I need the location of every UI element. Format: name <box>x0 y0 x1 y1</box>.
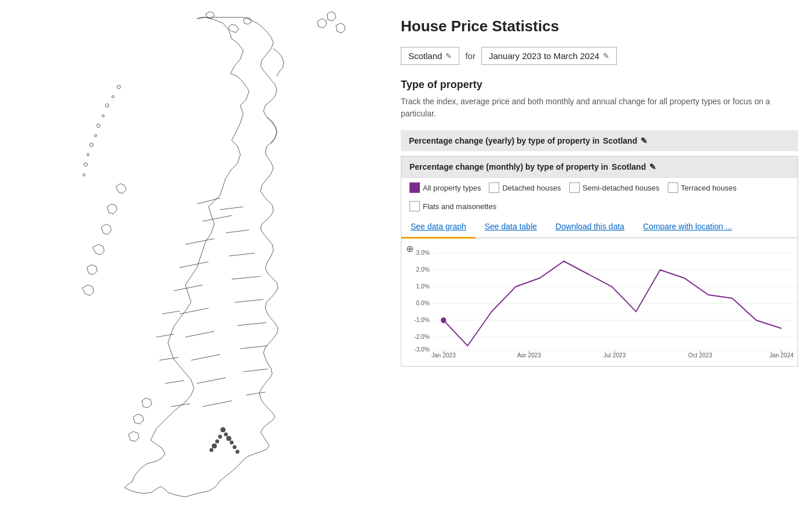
svg-point-46 <box>215 440 219 443</box>
monthly-title-prefix: Percentage change (monthly) by type of p… <box>409 162 608 171</box>
tab-download[interactable]: Download this data <box>546 216 634 239</box>
svg-line-52 <box>162 311 180 314</box>
date-range-label: January 2023 to March 2024 <box>489 51 599 61</box>
svg-marker-59 <box>129 431 139 441</box>
svg-point-36 <box>87 153 89 156</box>
svg-line-26 <box>240 346 268 349</box>
svg-marker-7 <box>93 244 104 255</box>
tab-graph[interactable]: See data graph <box>401 216 476 239</box>
yearly-edit-icon: ✎ <box>641 136 648 145</box>
yearly-chart-bar[interactable]: Percentage change (yearly) by type of pr… <box>401 130 798 151</box>
tab-compare[interactable]: Compare with location ... <box>634 216 741 239</box>
for-label: for <box>465 51 476 61</box>
svg-marker-58 <box>133 414 144 424</box>
svg-line-10 <box>197 198 220 204</box>
selector-row: Scotland ✎ for January 2023 to March 202… <box>401 47 798 65</box>
svg-line-12 <box>185 239 214 244</box>
svg-line-21 <box>226 230 249 233</box>
legend-all-property[interactable]: All property types <box>409 182 481 193</box>
svg-line-18 <box>197 378 226 383</box>
map-area <box>0 0 387 512</box>
svg-line-28 <box>246 392 265 395</box>
content-panel: House Price Statistics Scotland ✎ for Ja… <box>387 0 812 512</box>
svg-line-19 <box>203 401 232 407</box>
legend-label-all: All property types <box>423 184 481 192</box>
svg-line-20 <box>220 207 243 210</box>
svg-point-42 <box>221 427 225 432</box>
svg-line-24 <box>235 299 264 302</box>
svg-line-14 <box>174 285 203 291</box>
svg-text:1.0%: 1.0% <box>416 283 430 290</box>
svg-line-16 <box>185 331 214 337</box>
svg-point-38 <box>83 174 85 176</box>
legend-semi[interactable]: Semi-detached houses <box>569 182 660 193</box>
svg-line-53 <box>156 334 174 337</box>
legend-flats[interactable]: Flats and maisonettes <box>409 201 496 211</box>
svg-marker-9 <box>82 285 94 295</box>
legend-swatch-flats <box>409 201 420 211</box>
monthly-location: Scotland <box>612 162 646 171</box>
svg-point-34 <box>94 134 97 137</box>
svg-line-27 <box>243 369 268 372</box>
location-selector[interactable]: Scotland ✎ <box>401 47 459 65</box>
legend-swatch-semi <box>569 182 580 193</box>
monthly-edit-icon: ✎ <box>649 162 656 171</box>
monthly-chart-header: Percentage change (monthly) by type of p… <box>401 156 798 177</box>
svg-text:-3.0%: -3.0% <box>414 346 430 353</box>
svg-point-33 <box>97 124 100 127</box>
legend-detached[interactable]: Detached houses <box>489 182 561 193</box>
svg-line-54 <box>159 357 178 360</box>
svg-point-48 <box>212 444 217 448</box>
chart-dot-start <box>441 317 446 323</box>
svg-line-23 <box>232 276 261 279</box>
section-heading: Type of property <box>401 79 798 91</box>
tab-table[interactable]: See data table <box>476 216 546 239</box>
legend-swatch-terraced <box>668 182 678 193</box>
svg-text:0.0%: 0.0% <box>416 299 430 306</box>
date-range-selector[interactable]: January 2023 to March 2024 ✎ <box>481 47 617 65</box>
svg-marker-39 <box>317 19 327 28</box>
yearly-location: Scotland <box>603 136 637 145</box>
legend-row: All property types Detached houses Semi-… <box>401 177 798 216</box>
svg-point-35 <box>90 143 93 147</box>
section-description: Track the index, average price and both … <box>401 96 798 120</box>
svg-line-17 <box>191 354 220 360</box>
svg-point-32 <box>102 115 104 117</box>
chart-area: ⊕ 3.0% 2.0% 1.0% 0.0% -1.0% -2.0% -3.0% <box>401 239 798 366</box>
svg-point-50 <box>210 448 213 452</box>
legend-swatch-detached <box>489 182 499 193</box>
svg-text:-1.0%: -1.0% <box>414 316 430 323</box>
yearly-title-prefix: Percentage change (yearly) by type of pr… <box>409 136 599 145</box>
legend-terraced[interactable]: Terraced houses <box>668 182 737 193</box>
legend-label-terraced: Terraced houses <box>681 184 737 192</box>
svg-point-29 <box>117 85 120 89</box>
location-label: Scotland <box>408 51 442 61</box>
svg-line-13 <box>180 262 209 268</box>
svg-point-49 <box>233 445 236 449</box>
svg-line-15 <box>180 308 209 314</box>
svg-line-11 <box>203 215 232 221</box>
svg-line-22 <box>229 253 255 256</box>
svg-marker-41 <box>336 23 345 33</box>
svg-point-44 <box>218 435 222 438</box>
svg-text:2.0%: 2.0% <box>416 266 430 273</box>
svg-text:-2.0%: -2.0% <box>414 333 430 340</box>
svg-marker-4 <box>116 184 126 193</box>
legend-label-detached: Detached houses <box>502 184 561 192</box>
page-title: House Price Statistics <box>401 17 798 35</box>
location-edit-icon: ✎ <box>445 52 452 60</box>
svg-marker-0 <box>125 17 278 497</box>
svg-line-25 <box>237 323 266 326</box>
svg-point-43 <box>224 433 228 436</box>
svg-marker-5 <box>107 204 117 214</box>
svg-text:3.0%: 3.0% <box>416 249 430 256</box>
chart-svg: 3.0% 2.0% 1.0% 0.0% -1.0% -2.0% -3.0% Ja… <box>407 244 798 357</box>
svg-point-30 <box>112 96 114 98</box>
zoom-icon[interactable]: ⊕ <box>406 243 414 254</box>
svg-marker-8 <box>87 265 97 275</box>
svg-marker-1 <box>229 24 239 32</box>
svg-marker-57 <box>142 398 152 408</box>
svg-point-51 <box>236 450 239 454</box>
svg-marker-40 <box>327 12 336 21</box>
monthly-chart-section: Percentage change (monthly) by type of p… <box>401 156 798 367</box>
